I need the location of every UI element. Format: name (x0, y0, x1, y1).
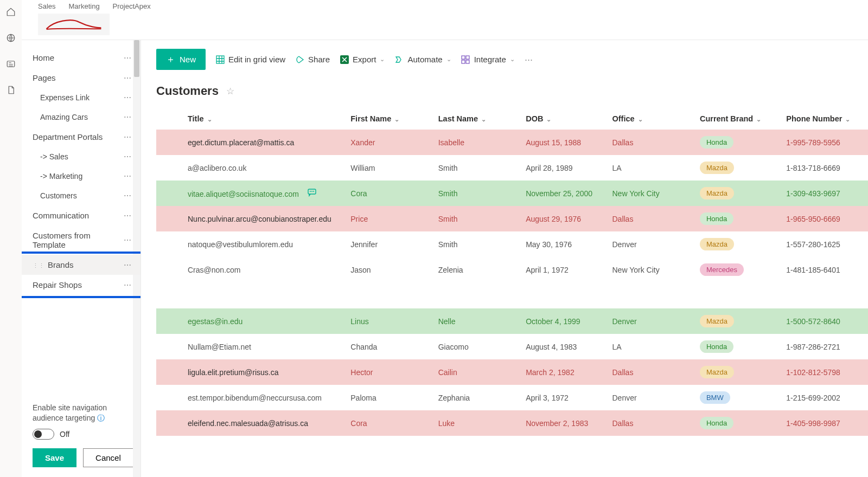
nav-item-repair-shops[interactable]: Repair Shops⋯ (22, 275, 141, 295)
nav-item-menu-icon[interactable]: ⋯ (124, 54, 132, 62)
cell-dob: April 1, 1972 (526, 257, 612, 282)
comment-icon[interactable] (308, 188, 316, 197)
integrate-button[interactable]: Integrate ⌄ (461, 55, 515, 64)
cell-dob: October 4, 1999 (526, 308, 612, 334)
top-nav-marketing[interactable]: Marketing (69, 2, 100, 10)
nav-item-menu-icon[interactable]: ⋯ (124, 74, 132, 82)
cell-last-name: Cailin (438, 359, 526, 385)
home-icon[interactable] (5, 7, 16, 17)
table-row[interactable]: eleifend.nec.malesuada@atrisus.caCoraLuk… (156, 410, 868, 436)
column-header-first[interactable]: First Name⌄ (350, 108, 438, 130)
nav-item-label: -> Marketing (40, 172, 82, 181)
share-icon (295, 55, 304, 64)
nav-item-menu-icon[interactable]: ⋯ (124, 281, 132, 289)
left-navigation: Home⋯Pages⋯Expenses Link⋯Amazing Cars⋯De… (22, 40, 141, 477)
cell-office: Denver (612, 385, 699, 410)
nav-item-brands[interactable]: ⋮⋮Brands⋯ (22, 255, 141, 275)
cell-last-name: Giacomo (438, 334, 526, 359)
main-column: Sales Marketing ProjectApex Home⋯Pages⋯E… (22, 0, 868, 477)
nav-item-customers[interactable]: Customers⋯ (22, 186, 141, 205)
nav-item-expenses-link[interactable]: Expenses Link⋯ (22, 88, 141, 107)
edit-in-grid-button[interactable]: Edit in grid view (215, 55, 285, 64)
cell-title: Nullam@Etiam.net (156, 334, 350, 359)
table-row[interactable]: ligula.elit.pretium@risus.caHectorCailin… (156, 359, 868, 385)
nav-item-menu-icon[interactable]: ⋯ (124, 133, 132, 141)
nav-item-menu-icon[interactable]: ⋯ (124, 172, 132, 181)
grid-icon (215, 55, 225, 64)
cell-dob: August 4, 1983 (526, 334, 612, 359)
globe-icon[interactable] (5, 33, 16, 43)
nav-item-home[interactable]: Home⋯ (22, 48, 141, 68)
cell-brand: Mazda (700, 308, 786, 334)
cell-brand: Mercedes (700, 257, 786, 282)
new-button[interactable]: ＋ New (156, 49, 206, 70)
nav-item-menu-icon[interactable]: ⋯ (124, 261, 132, 269)
brand-pill: Mazda (700, 187, 734, 199)
cell-office: Denver (612, 308, 699, 334)
news-icon[interactable] (5, 59, 16, 69)
document-icon[interactable] (5, 85, 16, 95)
nav-item-menu-icon[interactable]: ⋯ (124, 191, 132, 200)
cell-phone: 1-215-699-2002 (786, 385, 868, 410)
export-button[interactable]: Export ⌄ (340, 55, 385, 64)
favorite-star-icon[interactable]: ☆ (226, 86, 234, 97)
cell-brand: Honda (700, 334, 786, 359)
cell-brand: Mazda (700, 359, 786, 385)
table-row[interactable]: Nullam@Etiam.netChandaGiacomoAugust 4, 1… (156, 334, 868, 359)
command-overflow-button[interactable]: ⋯ (525, 55, 534, 65)
table-row[interactable]: egestas@in.eduLinusNelleOctober 4, 1999D… (156, 308, 868, 334)
cell-last-name: Smith (438, 181, 526, 206)
nav-item-label: Brands (48, 260, 74, 269)
cell-brand: Honda (700, 410, 786, 436)
table-row[interactable]: vitae.aliquet@sociisnatoque.comCoraSmith… (156, 181, 868, 206)
table-row[interactable]: a@aclibero.co.ukWilliamSmithApril 28, 19… (156, 155, 868, 181)
brand-pill: BMW (700, 391, 730, 404)
cell-phone: 1-481-185-6401 (786, 257, 868, 282)
automate-button[interactable]: Automate ⌄ (394, 55, 451, 64)
nav-item-menu-icon[interactable]: ⋯ (124, 113, 132, 121)
table-row[interactable]: natoque@vestibulumlorem.eduJenniferSmith… (156, 231, 868, 257)
column-header-phone[interactable]: Phone Number⌄ (786, 108, 868, 130)
site-logo[interactable] (38, 14, 110, 35)
column-header-brand[interactable]: Current Brand⌄ (700, 108, 786, 130)
table-row[interactable]: Cras@non.comJasonZeleniaApril 1, 1972New… (156, 257, 868, 282)
table-row[interactable]: eget.dictum.placerat@mattis.caXanderIsab… (156, 130, 868, 155)
drag-handle-icon[interactable]: ⋮⋮ (33, 262, 44, 269)
nav-item-department-portals[interactable]: Department Portals⋯ (22, 127, 141, 147)
column-header-office[interactable]: Office⌄ (612, 108, 699, 130)
nav-item-menu-icon[interactable]: ⋯ (124, 93, 132, 102)
nav-item-label: -> Sales (40, 152, 68, 161)
nav-item-amazing-cars[interactable]: Amazing Cars⋯ (22, 107, 141, 127)
cell-brand: BMW (700, 385, 786, 410)
table-row[interactable]: est.tempor.bibendum@neccursusa.comPaloma… (156, 385, 868, 410)
cell-first-name: Hector (350, 359, 438, 385)
cell-brand: Honda (700, 206, 786, 231)
top-nav-projectapex[interactable]: ProjectApex (113, 2, 151, 10)
nav-item-sales[interactable]: -> Sales⋯ (22, 147, 141, 166)
audience-targeting-toggle[interactable] (33, 429, 54, 440)
share-button[interactable]: Share (295, 55, 330, 64)
table-row[interactable]: Nunc.pulvinar.arcu@conubianostraper.eduP… (156, 206, 868, 231)
nav-item-pages[interactable]: Pages⋯ (22, 68, 141, 88)
cell-office: Dallas (612, 359, 699, 385)
column-header-dob[interactable]: DOB⌄ (526, 108, 612, 130)
integrate-icon (461, 55, 470, 64)
nav-item-label: Communication (33, 211, 89, 220)
nav-item-menu-icon[interactable]: ⋯ (124, 152, 132, 161)
top-nav: Sales Marketing ProjectApex (38, 2, 868, 10)
nav-item-menu-icon[interactable]: ⋯ (124, 236, 132, 244)
brand-pill: Mazda (700, 162, 734, 174)
info-icon[interactable]: ⓘ (97, 414, 105, 422)
svg-rect-5 (466, 56, 469, 59)
save-button[interactable]: Save (33, 448, 76, 467)
column-header-last[interactable]: Last Name⌄ (438, 108, 526, 130)
svg-rect-4 (462, 56, 465, 59)
nav-item-menu-icon[interactable]: ⋯ (124, 211, 132, 220)
nav-item-marketing[interactable]: -> Marketing⋯ (22, 166, 141, 186)
nav-item-customers-from-template[interactable]: Customers from Template⋯ (22, 225, 141, 255)
nav-item-communication[interactable]: Communication⋯ (22, 205, 141, 225)
cancel-button[interactable]: Cancel (83, 448, 133, 467)
table-wrap[interactable]: Title⌄ First Name⌄ Last Name⌄ DOB⌄ Offic… (141, 108, 868, 477)
column-header-title[interactable]: Title⌄ (156, 108, 350, 130)
top-nav-sales[interactable]: Sales (38, 2, 56, 10)
